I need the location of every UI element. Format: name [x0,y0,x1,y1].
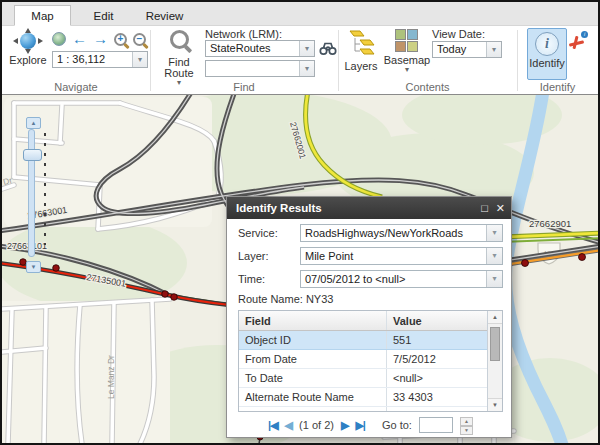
group-label-identify: Identify [517,81,598,93]
tab-review[interactable]: Review [136,5,193,26]
table-row[interactable]: To Date <null> [239,369,487,388]
binoculars-icon[interactable] [319,41,337,56]
pagination-bar: |◀ ◀ (1 of 2) ▶ ▶| Go to: ▲ ▼ [238,415,503,435]
previous-extent-button[interactable]: ← [72,32,87,46]
tab-review-label: Review [146,10,184,22]
identify-button[interactable]: i Identify [527,28,567,80]
service-value: RoadsHighways/NewYorkRoads [301,225,486,241]
full-extent-globe-icon[interactable] [52,32,66,46]
svg-text:27662901: 27662901 [529,218,571,229]
layer-value: Mile Point [301,248,486,264]
tab-edit-label: Edit [94,10,114,22]
layers-label: Layers [344,61,377,72]
svg-text:Le Manz Dr: Le Manz Dr [106,355,116,399]
map-scale-dropdown-icon[interactable]: ▾ [132,52,147,67]
view-date-combo[interactable]: Today ▾ [432,41,502,58]
layer-dropdown-icon[interactable]: ▾ [486,248,502,264]
time-label: Time: [238,273,300,285]
column-header-value: Value [387,315,487,327]
goto-label: Go to: [382,419,412,431]
route-name-label: Route Name: [238,293,303,305]
map-area: 490 [2,94,598,443]
basemap-button[interactable]: Basemap ▾ [384,29,430,73]
zoom-slider-down-button[interactable]: ▼ [26,261,41,273]
app-window: Map Edit Review Explore ← → + − 1 : 36,1… [0,0,600,445]
view-date-dropdown-icon[interactable]: ▾ [486,42,501,57]
next-page-button[interactable]: ▶ [341,419,348,432]
network-lrm-combo[interactable]: StateRoutes ▾ [205,40,315,57]
scrollbar-down-icon[interactable]: ▼ [488,398,502,411]
zoom-in-button[interactable]: + [114,33,127,46]
tab-map[interactable]: Map [14,5,71,26]
table-scrollbar[interactable]: ▲ ▼ [487,311,502,411]
next-extent-button[interactable]: → [93,32,108,46]
find-route-magnifier-icon [170,30,189,49]
zoom-out-button[interactable]: − [133,33,146,46]
service-dropdown-icon[interactable]: ▾ [486,225,502,241]
time-dropdown-icon[interactable]: ▾ [486,271,502,287]
spinner-down-icon[interactable]: ▼ [460,426,473,435]
map-scale-combo[interactable]: 1 : 36,112 ▾ [52,51,148,68]
group-label-find: Find [150,81,338,93]
time-value: 07/05/2012 to <null> [301,271,486,287]
app-frame: Map Edit Review Explore ← → + − 1 : 36,1… [2,2,598,443]
network-lrm-dropdown-icon[interactable]: ▾ [299,41,314,56]
route-combo-value [206,61,299,76]
identify-icon: i [535,32,559,56]
dialog-title: Identify Results [236,202,322,214]
info-dot-icon: i [581,31,588,38]
table-header-row: Field Value [239,311,487,331]
zoom-slider-handle[interactable] [23,149,42,161]
table-row-partial[interactable] [239,407,487,412]
ribbon: Explore ← → + − 1 : 36,112 ▾ Navigate Fi… [2,26,598,94]
explore-button[interactable]: Explore [6,29,50,66]
service-combo[interactable]: RoadsHighways/NewYorkRoads ▾ [300,224,503,242]
zoom-slider-ticks [44,133,46,245]
scrollbar-up-icon[interactable]: ▲ [488,311,502,324]
service-label: Service: [238,227,300,239]
first-page-button[interactable]: |◀ [268,419,278,432]
goto-spinner: ▲ ▼ [460,417,473,434]
goto-page-input[interactable] [419,417,453,433]
view-date-value: Today [433,42,486,57]
spinner-up-icon[interactable]: ▲ [460,417,473,426]
identify-label: Identify [529,58,564,69]
view-date-label: View Date: [432,28,485,40]
map-scale-value: 1 : 36,112 [53,52,132,67]
identify-route-locations-tool[interactable]: i [569,34,586,50]
close-icon[interactable]: ✕ [496,203,505,214]
table-row[interactable]: Alternate Route Name 33 4303 [239,388,487,407]
identify-results-dialog: Identify Results □ ✕ Service: RoadsHighw… [226,196,512,438]
last-page-button[interactable]: ▶| [355,419,365,432]
ribbon-tab-bar: Map Edit Review [2,2,598,26]
dialog-title-bar[interactable]: Identify Results □ ✕ [227,197,511,219]
attributes-table: Field Value Object ID 551 From Date 7/5/… [238,310,503,412]
basemap-dropdown-icon: ▾ [405,66,409,73]
route-combo-empty[interactable]: ▾ [205,60,315,77]
route-combo-dropdown-icon[interactable]: ▾ [299,61,314,76]
layers-button[interactable]: Layers [342,29,380,72]
layer-label: Layer: [238,250,300,262]
time-combo[interactable]: 07/05/2012 to <null> ▾ [300,270,503,288]
zoom-slider-up-button[interactable]: ▲ [26,117,41,129]
explore-label: Explore [9,55,46,66]
explore-icon [15,29,41,53]
tab-map-label: Map [31,10,53,22]
layers-icon [347,29,375,59]
route-name-value: NY33 [306,293,334,305]
previous-page-button[interactable]: ◀ [285,419,292,432]
layer-combo[interactable]: Mile Point ▾ [300,247,503,265]
network-lrm-label: Network (LRM): [205,28,282,40]
maximize-icon[interactable]: □ [481,203,488,214]
page-indicator: (1 of 2) [299,419,334,431]
column-header-field: Field [239,311,387,330]
tab-edit[interactable]: Edit [75,5,132,26]
table-row[interactable]: From Date 7/5/2012 [239,350,487,369]
network-lrm-value: StateRoutes [206,41,299,56]
basemap-icon [395,29,419,53]
group-label-contents: Contents [338,81,517,93]
find-route-button[interactable]: Find Route ▾ [158,30,200,86]
group-label-navigate: Navigate [2,81,150,93]
scrollbar-thumb[interactable] [490,327,500,361]
table-row[interactable]: Object ID 551 [239,331,487,350]
